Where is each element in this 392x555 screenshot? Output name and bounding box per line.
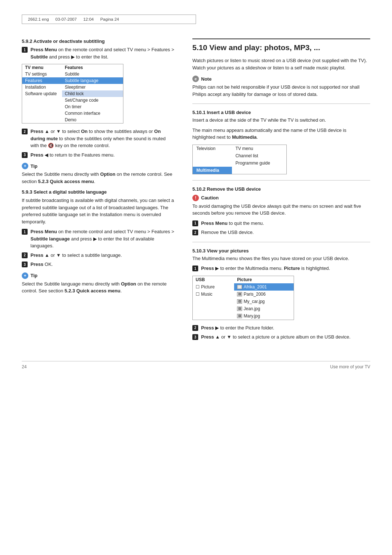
usb-music-text: Music bbox=[201, 292, 212, 297]
usb-table: USB Picture ☐ Picture 🖼 Afrika_2001 bbox=[192, 276, 294, 320]
step-text-1-1012: Press Menu to quit the menu. bbox=[201, 220, 370, 227]
usb-cell-empty-1 bbox=[193, 298, 234, 305]
tip-title-1: + Tip bbox=[22, 163, 174, 169]
divider-2 bbox=[192, 180, 370, 181]
step-3-1013: 3 Press ▲ or ▼ to select a picture or a … bbox=[192, 333, 370, 341]
section-1013-heading: 5.10.3 View your pictures bbox=[192, 248, 370, 254]
page-wrapper: 2662.1 eng 03-07-2007 12:04 Pagina 24 5.… bbox=[0, 0, 392, 555]
step-text-2-1013: Press ▶ to enter the Picture folder. bbox=[201, 324, 370, 332]
left-column: 5.9.2 Activate or deactivate subtitling … bbox=[22, 39, 174, 343]
tv-multimedia: Multimedia bbox=[193, 167, 232, 174]
usb-cell-mary: 🖼 Mary.jpg bbox=[234, 312, 294, 320]
image-icon-jean: 🖼 bbox=[237, 307, 242, 311]
usb-music-label: ☐ Music bbox=[196, 292, 231, 297]
menu-cell-subtitle: Subtitle bbox=[62, 71, 123, 77]
image-icon-paris: 🖼 bbox=[237, 292, 242, 296]
menu-row-1: Features Subtitle language bbox=[22, 77, 123, 84]
usb-cell-jean: 🖼 Jean.jpg bbox=[234, 305, 294, 312]
step-num-2c: 2 bbox=[192, 230, 198, 235]
features-menu-table: TV menu Features TV settings Subtitle Fe… bbox=[22, 64, 123, 123]
usb-col2-header: Picture bbox=[234, 276, 294, 283]
usb-row-picture: ☐ Picture 🖼 Afrika_2001 bbox=[193, 283, 294, 291]
caution-box: ! Caution To avoid damaging the USB devi… bbox=[192, 195, 370, 217]
menu-row-6: Common interface bbox=[22, 110, 123, 117]
page-number: 24 bbox=[22, 364, 26, 369]
note-icon: e bbox=[192, 76, 199, 82]
step-num-1c: 1 bbox=[192, 220, 198, 226]
divider-1 bbox=[192, 104, 370, 104]
usb-cell-picture: ☐ Picture bbox=[193, 283, 234, 291]
menu-row-7: Demo bbox=[22, 117, 123, 123]
usb-header-row: USB Picture bbox=[193, 276, 294, 283]
step-num-3b: 3 bbox=[22, 262, 28, 267]
jean-item: 🖼 Jean.jpg bbox=[237, 306, 291, 311]
step-num-2a: 2 bbox=[22, 129, 28, 134]
tip-text-1: Select the Subtitle menu directly with O… bbox=[22, 171, 174, 185]
mary-label: Mary.jpg bbox=[244, 313, 260, 319]
menu-cell-demo: Demo bbox=[62, 117, 123, 123]
step-text-1-592: Press Menu on the remote control and sel… bbox=[30, 46, 174, 60]
step-num-1b: 1 bbox=[22, 229, 28, 235]
usb-row-mycar: 🖼 My_car.jpg bbox=[193, 298, 294, 305]
menu-cell-software-update: Software update bbox=[22, 90, 62, 97]
tip-icon-2: + bbox=[22, 272, 28, 279]
folder-icon-picture: ☐ bbox=[196, 284, 200, 289]
usb-cell-mycar: 🖼 My_car.jpg bbox=[234, 298, 294, 305]
step-num-3d: 3 bbox=[192, 334, 198, 340]
usb-cell-empty-3 bbox=[193, 312, 234, 320]
jean-label: Jean.jpg bbox=[244, 306, 260, 311]
tv-channel-list: Channel list bbox=[232, 152, 287, 159]
note-label: Note bbox=[201, 76, 212, 82]
step-text-2-593: Press ▲ or ▼ to select a subtitle langua… bbox=[30, 252, 174, 259]
step-num-1d: 1 bbox=[192, 266, 198, 271]
tv-menu-row-channel: Channel list bbox=[193, 152, 287, 159]
step-text-1-593: Press Menu on the remote control and sel… bbox=[30, 228, 174, 250]
step-1-592: 1 Press Menu on the remote control and s… bbox=[22, 46, 174, 60]
tv-menu-row-programme: Programme guide bbox=[193, 159, 287, 167]
footer-right-text: Use more of your TV bbox=[330, 364, 370, 369]
step-2-1013: 2 Press ▶ to enter the Picture folder. bbox=[192, 324, 370, 332]
menu-cell-tv-settings: TV settings bbox=[22, 71, 62, 77]
tip-icon-1: + bbox=[22, 163, 28, 169]
section-1011-body1: Insert a device at the side of the TV wh… bbox=[192, 117, 370, 124]
caution-label: Caution bbox=[201, 195, 219, 200]
step-text-2-1012: Remove the USB device. bbox=[201, 229, 370, 236]
step-num-3a: 3 bbox=[22, 152, 28, 158]
menu-cell-subtitle-language: Subtitle language bbox=[62, 77, 123, 84]
caution-icon: ! bbox=[192, 195, 199, 201]
menu-col-header-1: TV menu bbox=[22, 64, 62, 71]
usb-cell-empty-2 bbox=[193, 305, 234, 312]
step-1-593: 1 Press Menu on the remote control and s… bbox=[22, 228, 174, 250]
right-column: 5.10 View and play: photos, MP3, ... Wat… bbox=[192, 39, 370, 343]
step-num-2b: 2 bbox=[22, 252, 28, 258]
big-heading-text: 5.10 View and play: photos, MP3, ... bbox=[192, 43, 320, 52]
tv-menu-row-header: Television TV menu bbox=[193, 145, 287, 152]
menu-row-3: Software update Child lock bbox=[22, 90, 123, 97]
big-heading: 5.10 View and play: photos, MP3, ... bbox=[192, 39, 370, 52]
section-1012-heading: 5.10.2 Remove the USB device bbox=[192, 186, 370, 192]
step-text-3-592: Press ◀ to return to the Features menu. bbox=[30, 151, 174, 159]
image-icon-afrika: 🖼 bbox=[237, 285, 242, 289]
tip-box-1: + Tip Select the Subtitle menu directly … bbox=[22, 163, 174, 185]
menu-col-header-2: Features bbox=[62, 64, 123, 71]
tv-menu-table: Television TV menu Channel list Programm… bbox=[192, 145, 287, 174]
tip-title-2: + Tip bbox=[22, 272, 174, 279]
caution-text: To avoid damaging the USB device always … bbox=[192, 203, 370, 217]
section-1011-heading: 5.10.1 Insert a USB device bbox=[192, 110, 370, 115]
divider-3 bbox=[192, 242, 370, 242]
header-bar: 2662.1 eng 03-07-2007 12:04 Pagina 24 bbox=[22, 15, 196, 24]
step-num-2d: 2 bbox=[192, 325, 198, 331]
menu-cell-common-interface: Common interface bbox=[62, 110, 123, 117]
usb-cell-paris: 🖼 Paris_2006 bbox=[234, 291, 294, 298]
menu-cell-on-timer: On timer bbox=[62, 104, 123, 110]
usb-cell-music: ☐ Music bbox=[193, 291, 234, 298]
step-text-3-593: Press OK. bbox=[30, 261, 174, 268]
tv-col2-header: TV menu bbox=[232, 145, 287, 152]
step-text-3-1013: Press ▲ or ▼ to select a picture or a pi… bbox=[201, 333, 370, 341]
note-text: Philips can not be held responsible if y… bbox=[192, 84, 370, 98]
menu-cell-child-lock: Child lock bbox=[62, 90, 123, 97]
main-columns: 5.9.2 Activate or deactivate subtitling … bbox=[22, 39, 370, 343]
usb-row-jean: 🖼 Jean.jpg bbox=[193, 305, 294, 312]
section-593-heading: 5.9.3 Select a digital subtitle language bbox=[22, 189, 174, 195]
usb-picture-label: ☐ Picture bbox=[196, 284, 231, 289]
